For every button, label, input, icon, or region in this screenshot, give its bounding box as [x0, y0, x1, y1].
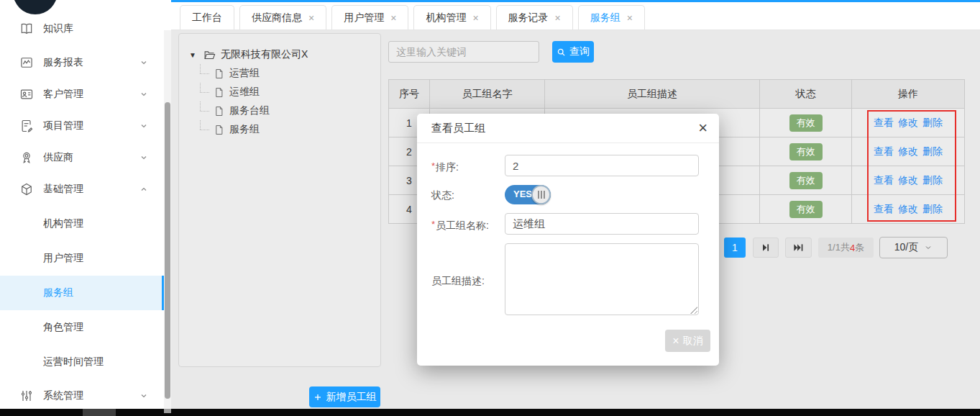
tab-user-management[interactable]: 用户管理 ×	[331, 5, 408, 30]
scrollbar-end-segment	[164, 409, 171, 413]
logo-avatar[interactable]	[13, 0, 58, 14]
edit-link[interactable]: 修改	[898, 117, 918, 128]
query-button[interactable]: 查询	[552, 41, 594, 63]
col-header-desc: 员工组描述	[545, 80, 760, 109]
page-size-select[interactable]: 10/页	[879, 237, 948, 258]
cancel-button-label: 取消	[683, 335, 703, 348]
tree-connector	[200, 120, 210, 139]
toggle-knob[interactable]	[531, 185, 551, 204]
sidebar-item-user-management[interactable]: 用户管理	[0, 243, 164, 274]
cell-actions: 查看修改删除	[852, 109, 965, 137]
modal-close-icon[interactable]: ×	[698, 120, 707, 136]
tab-supplier-info[interactable]: 供应商信息 ×	[239, 5, 326, 30]
medal-icon	[19, 150, 34, 165]
sidebar-item-project-management[interactable]: 项目管理	[0, 110, 164, 142]
tree-node-operations-group[interactable]: 运营组	[189, 64, 380, 83]
view-link[interactable]: 查看	[874, 174, 894, 186]
last-page-icon	[792, 242, 805, 253]
group-name-field-label: *员工组名称:	[431, 219, 489, 232]
page-number-button[interactable]: 1	[724, 238, 746, 258]
col-header-action: 操作	[852, 80, 965, 109]
chevron-up-icon	[139, 185, 148, 194]
tree-node-maintenance-group[interactable]: 运维组	[189, 83, 380, 101]
sidebar-item-supplier[interactable]: 供应商	[0, 142, 164, 173]
page-size-value: 10/页	[894, 241, 918, 254]
chart-icon	[19, 55, 34, 70]
col-header-status: 状态	[760, 80, 852, 109]
sidebar-item-label: 系统管理	[43, 389, 83, 402]
delete-link[interactable]: 删除	[922, 203, 943, 214]
sort-input[interactable]	[505, 155, 699, 176]
sidebar-item-service-group[interactable]: 服务组	[0, 276, 164, 310]
sidebar-item-org-management[interactable]: 机构管理	[0, 208, 164, 240]
tree-node-service-group[interactable]: 服务组	[189, 120, 380, 139]
scrollbar-thumb[interactable]	[165, 102, 170, 399]
tab-service-record[interactable]: 服务记录 ×	[496, 5, 573, 30]
edit-link[interactable]: 修改	[898, 203, 918, 214]
sidebar-item-basic-management[interactable]: 基础管理	[0, 173, 164, 205]
label-text: 员工组名称:	[436, 220, 489, 231]
add-staff-group-button[interactable]: 新增员工组	[309, 386, 380, 407]
tree-node-label: 服务台组	[229, 104, 270, 117]
tab-label: 工作台	[192, 12, 222, 24]
sidebar-item-label: 项目管理	[43, 119, 83, 132]
tab-workbench[interactable]: 工作台	[180, 5, 234, 30]
chevron-down-icon	[139, 392, 148, 400]
delete-link[interactable]: 删除	[922, 117, 943, 128]
sidebar-item-customer-management[interactable]: 客户管理	[0, 78, 164, 110]
view-link[interactable]: 查看	[874, 145, 894, 157]
view-link[interactable]: 查看	[874, 117, 894, 128]
edit-link[interactable]: 修改	[898, 174, 918, 186]
view-link[interactable]: 查看	[874, 203, 894, 214]
tab-close-icon[interactable]: ×	[390, 12, 396, 24]
delete-link[interactable]: 删除	[922, 145, 943, 157]
status-field-label: 状态:	[431, 189, 454, 202]
tree-connector	[200, 83, 210, 101]
close-icon: ×	[672, 335, 679, 347]
toggle-on-label: YES	[513, 189, 532, 199]
cancel-button[interactable]: × 取消	[665, 330, 710, 352]
group-name-input[interactable]	[505, 213, 699, 235]
sidebar-item-label: 角色管理	[43, 321, 83, 334]
chevron-down-icon	[139, 90, 148, 99]
tab-close-icon[interactable]: ×	[555, 12, 561, 24]
cell-actions: 查看修改删除	[852, 195, 965, 224]
tab-service-group[interactable]: 服务组 ×	[578, 5, 645, 30]
tab-label: 供应商信息	[252, 12, 302, 24]
delete-link[interactable]: 删除	[922, 174, 943, 186]
tab-close-icon[interactable]: ×	[472, 12, 478, 24]
tab-close-icon[interactable]: ×	[308, 12, 314, 24]
file-icon	[214, 106, 224, 117]
plus-icon	[313, 393, 322, 402]
cell-status: 有效	[760, 166, 852, 195]
tab-bar: 工作台 供应商信息 × 用户管理 × 机构管理 × 服务记录 × 服务组 ×	[171, 2, 980, 30]
sidebar-item-system-management[interactable]: 系统管理	[0, 380, 164, 412]
group-desc-field-label: 员工组描述:	[431, 275, 485, 288]
tree-expander-icon[interactable]: ▼	[189, 51, 198, 59]
tab-label: 服务记录	[508, 12, 549, 24]
tree-root-node[interactable]: ▼ 无限科技有限公司X	[189, 45, 380, 64]
group-desc-textarea[interactable]	[505, 243, 699, 315]
label-text: 状态:	[431, 189, 454, 201]
sidebar-item-label: 知识库	[43, 22, 73, 35]
sidebar: 知识库 服务报表 客户管理 项目管理	[0, 0, 171, 409]
sidebar-scrollbar[interactable]	[164, 30, 171, 409]
sidebar-item-role-management[interactable]: 角色管理	[0, 312, 164, 343]
tree-node-service-desk-group[interactable]: 服务台组	[189, 101, 380, 120]
edit-link[interactable]: 修改	[898, 145, 918, 157]
sidebar-item-service-reports[interactable]: 服务报表	[0, 47, 164, 78]
tree-root-label: 无限科技有限公司X	[221, 48, 308, 61]
sidebar-item-operation-time-management[interactable]: 运营时间管理	[0, 346, 164, 378]
sidebar-item-label: 服务组	[43, 286, 73, 299]
status-toggle[interactable]: YES	[505, 185, 551, 204]
sliders-icon	[19, 389, 34, 403]
last-page-button[interactable]	[785, 238, 812, 258]
status-badge: 有效	[789, 201, 823, 218]
sidebar-item-knowledge-base[interactable]: 知识库	[0, 13, 164, 45]
keyword-search-input[interactable]	[388, 41, 539, 63]
tab-org-management[interactable]: 机构管理 ×	[413, 5, 490, 30]
chevron-down-icon	[139, 153, 148, 162]
next-page-button[interactable]	[753, 238, 779, 258]
tab-close-icon[interactable]: ×	[627, 12, 633, 24]
add-button-label: 新增员工组	[326, 391, 377, 404]
